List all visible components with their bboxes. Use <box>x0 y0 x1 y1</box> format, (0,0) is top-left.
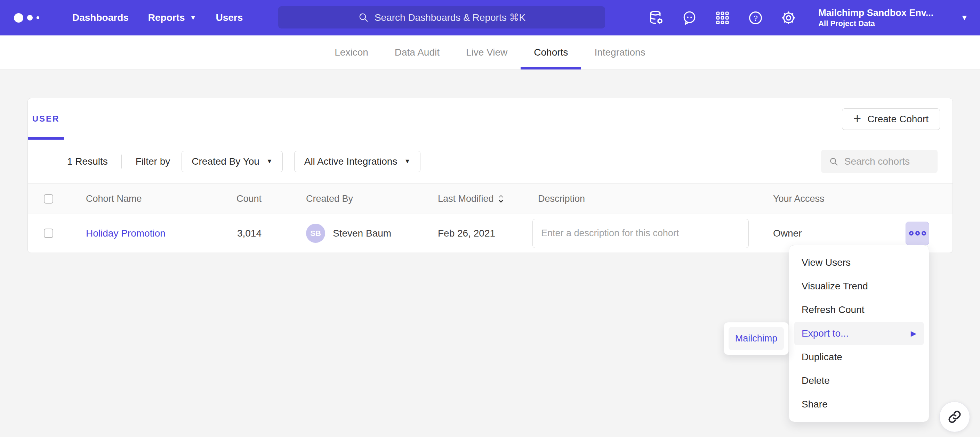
tab-integrations[interactable]: Integrations <box>581 35 658 70</box>
search-cohorts-input[interactable] <box>844 156 930 167</box>
cohorts-card: USER + Create Cohort 1 Results Filter by… <box>27 98 953 253</box>
menu-item-export-to[interactable]: Export to... ▶ <box>794 322 924 345</box>
nav-item-label: Dashboards <box>72 12 129 23</box>
cohorts-table-header: Cohort Name Count Created By Last Modifi… <box>28 184 953 214</box>
tab-lexicon[interactable]: Lexicon <box>321 35 382 70</box>
chevron-down-icon[interactable]: ▼ <box>961 13 968 22</box>
nav-item-reports[interactable]: Reports ▼ <box>148 12 196 23</box>
nav-item-label: Users <box>216 12 243 23</box>
header-checkbox-cell <box>28 194 86 204</box>
logo-dot-large <box>14 13 23 22</box>
row-checkbox-cell <box>28 229 86 238</box>
menu-item-label: Export to... <box>802 328 848 339</box>
help-icon[interactable]: ? <box>747 10 764 26</box>
menu-item-label: Delete <box>802 375 830 386</box>
header-your-access: Your Access <box>773 193 905 204</box>
cohort-count: 3,014 <box>223 228 261 239</box>
project-data-scope: All Project Data <box>818 19 934 28</box>
project-name: Mailchimp Sandbox Env... <box>818 7 934 19</box>
created-by-cell: SB Steven Baum <box>261 224 438 243</box>
tab-user-cohorts[interactable]: USER <box>28 98 64 139</box>
integrations-filter-value: All Active Integrations <box>304 156 398 167</box>
description-input[interactable] <box>533 219 749 248</box>
tab-cohorts[interactable]: Cohorts <box>520 35 581 70</box>
submenu-item-mailchimp[interactable]: Mailchimp <box>729 327 784 350</box>
tab-live-view[interactable]: Live View <box>453 35 520 70</box>
link-icon <box>947 409 962 424</box>
chevron-down-icon: ▼ <box>190 14 196 22</box>
submenu-item-label: Mailchimp <box>735 333 778 344</box>
header-description: Description <box>533 193 773 204</box>
menu-item-share[interactable]: Share <box>789 393 929 416</box>
nav-item-users[interactable]: Users <box>216 12 243 23</box>
ellipsis-icon <box>909 231 913 236</box>
menu-item-label: Duplicate <box>802 352 842 363</box>
logo-dot-medium <box>27 15 33 21</box>
last-modified-date: Feb 26, 2021 <box>438 228 533 239</box>
tab-label: Cohorts <box>534 47 568 58</box>
chevron-down-icon: ▼ <box>404 158 410 165</box>
mixpanel-logo[interactable] <box>14 13 53 22</box>
create-cohort-button[interactable]: + Create Cohort <box>842 108 940 130</box>
data-management-icon[interactable] <box>648 10 665 26</box>
menu-item-label: Share <box>802 399 828 410</box>
avatar: SB <box>306 224 325 243</box>
menu-item-visualize-trend[interactable]: Visualize Trend <box>789 274 929 298</box>
export-submenu: Mailchimp <box>724 322 789 355</box>
search-icon <box>829 156 839 168</box>
tab-label: Live View <box>466 47 508 58</box>
global-search-placeholder: Search Dashboards & Reports ⌘K <box>375 12 525 23</box>
global-search-bar[interactable]: Search Dashboards & Reports ⌘K <box>278 6 605 28</box>
settings-gear-icon[interactable] <box>780 10 797 26</box>
nav-item-label: Reports <box>148 12 185 23</box>
feedback-icon[interactable] <box>681 10 698 26</box>
copy-link-button[interactable] <box>939 402 970 432</box>
ellipsis-icon <box>921 231 926 236</box>
header-count: Count <box>223 193 261 204</box>
results-count: 1 Results <box>67 156 108 167</box>
tab-label: Integrations <box>594 47 645 58</box>
integrations-filter-dropdown[interactable]: All Active Integrations ▼ <box>294 151 421 172</box>
menu-item-label: View Users <box>802 257 851 268</box>
menu-item-label: Refresh Count <box>802 304 865 315</box>
header-cohort-name: Cohort Name <box>86 193 223 204</box>
row-checkbox[interactable] <box>44 229 53 238</box>
filter-bar: 1 Results Filter by Created By You ▼ All… <box>28 139 953 184</box>
row-actions-menu-button[interactable] <box>905 222 929 245</box>
chevron-down-icon: ▼ <box>266 158 273 165</box>
apps-grid-icon[interactable] <box>714 10 731 26</box>
header-last-modified-label: Last Modified <box>438 193 494 204</box>
created-by-filter-value: Created By You <box>192 156 259 167</box>
menu-item-duplicate[interactable]: Duplicate <box>789 345 929 369</box>
vertical-divider <box>121 155 122 168</box>
menu-item-view-users[interactable]: View Users <box>789 251 929 274</box>
search-icon <box>358 12 369 23</box>
tab-data-audit[interactable]: Data Audit <box>382 35 453 70</box>
top-nav-right: ? Mailchimp Sandbox Env... All Project D… <box>648 0 968 35</box>
header-created-by: Created By <box>261 193 438 204</box>
select-all-checkbox[interactable] <box>44 194 53 204</box>
nav-item-dashboards[interactable]: Dashboards <box>72 12 129 23</box>
submenu-arrow-icon: ▶ <box>911 329 916 338</box>
cohorts-card-header: USER + Create Cohort <box>28 98 953 139</box>
tab-label: USER <box>32 114 60 124</box>
menu-item-delete[interactable]: Delete <box>789 369 929 393</box>
data-management-tabs: Lexicon Data Audit Live View Cohorts Int… <box>0 35 980 70</box>
top-nav: Dashboards Reports ▼ Users Search Dashbo… <box>0 0 980 35</box>
project-selector[interactable]: Mailchimp Sandbox Env... All Project Dat… <box>818 7 934 28</box>
plus-icon: + <box>853 112 861 125</box>
row-actions-context-menu: View Users Visualize Trend Refresh Count… <box>789 245 929 422</box>
description-cell <box>533 219 773 248</box>
create-cohort-label: Create Cohort <box>867 114 929 125</box>
cohort-name-link[interactable]: Holiday Promotion <box>86 228 165 239</box>
menu-item-label: Visualize Trend <box>802 281 868 292</box>
search-cohorts-box <box>821 150 937 173</box>
created-by-name: Steven Baum <box>333 228 391 239</box>
sort-icon[interactable] <box>498 194 504 204</box>
tab-label: Lexicon <box>334 47 368 58</box>
access-level: Owner <box>773 228 905 239</box>
logo-dot-small <box>37 16 39 19</box>
created-by-filter-dropdown[interactable]: Created By You ▼ <box>181 151 282 172</box>
header-last-modified[interactable]: Last Modified <box>438 193 533 204</box>
menu-item-refresh-count[interactable]: Refresh Count <box>789 298 929 322</box>
